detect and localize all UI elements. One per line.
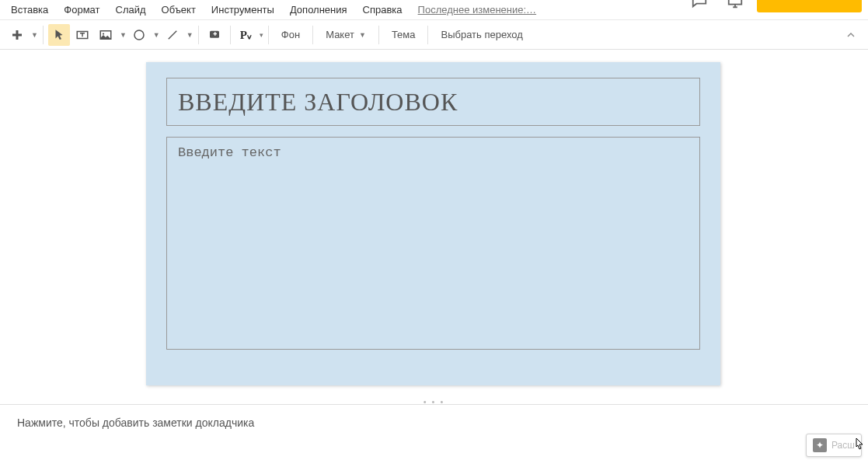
speaker-notes-area[interactable]: Нажмите, чтобы добавить заметки докладчи… [0,404,868,460]
font-indicator[interactable]: Pᵥ [235,28,256,42]
svg-rect-2 [12,33,22,36]
select-tool[interactable] [48,24,70,46]
svg-rect-0 [729,0,742,5]
image-tool[interactable] [95,24,117,46]
menu-object[interactable]: Объект [154,1,204,19]
svg-line-7 [169,30,177,39]
menu-help[interactable]: Справка [355,1,410,19]
last-edit-link[interactable]: Последнее изменение:… [418,4,537,16]
collapse-toolbar-button[interactable] [840,24,862,46]
background-button[interactable]: Фон [274,24,308,46]
title-placeholder-text: Введите заголовок [178,88,458,117]
cursor-pointer-icon [851,436,866,458]
present-icon[interactable] [727,0,744,9]
line-dropdown[interactable]: ▼ [186,31,193,39]
transition-button[interactable]: Выбрать переход [433,24,530,46]
speaker-notes-placeholder: Нажмите, чтобы добавить заметки докладчи… [17,416,254,429]
svg-point-5 [103,33,104,34]
image-dropdown[interactable]: ▼ [120,31,127,39]
body-placeholder-box[interactable]: Введите текст [166,137,700,350]
layout-button[interactable]: Макет▼ [318,24,374,46]
new-slide-dropdown[interactable]: ▼ [31,31,38,39]
line-tool[interactable] [162,24,183,46]
textbox-tool[interactable] [71,24,93,46]
comment-tool[interactable] [204,24,225,46]
share-button[interactable] [757,0,862,12]
comments-icon[interactable] [691,0,708,9]
slide-canvas[interactable]: Введите заголовок Введите текст [0,50,868,404]
menu-slide[interactable]: Слайд [108,1,154,19]
menu-tools[interactable]: Инструменты [204,1,282,19]
explore-icon: ✦ [813,438,827,452]
body-placeholder-text: Введите текст [178,145,281,160]
slide[interactable]: Введите заголовок Введите текст [146,62,720,385]
shape-tool[interactable] [128,24,150,46]
new-slide-button[interactable] [6,24,28,46]
menu-insert[interactable]: Вставка [3,1,56,19]
svg-point-6 [134,30,144,40]
theme-button[interactable]: Тема [384,24,424,46]
shape-dropdown[interactable]: ▼ [153,31,160,39]
menu-addons[interactable]: Дополнения [282,1,355,19]
menu-format[interactable]: Формат [56,1,107,19]
toolbar: ▼ ▼ ▼ ▼ Pᵥ ▾ Фон Макет▼ Тема [0,20,868,50]
font-dropdown[interactable]: ▾ [260,31,263,39]
title-placeholder-box[interactable]: Введите заголовок [166,78,700,126]
